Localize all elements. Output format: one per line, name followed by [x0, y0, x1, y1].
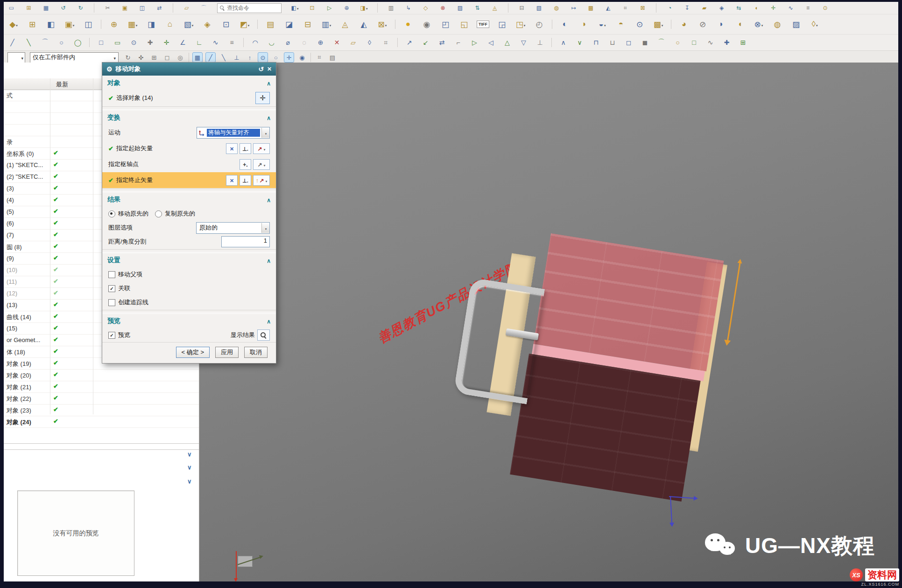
- toolbar-icon[interactable]: ▦: [42, 4, 50, 12]
- show-result-button[interactable]: [257, 329, 270, 341]
- toolbar-icon[interactable]: ⊞: [149, 53, 159, 62]
- toolbar-icon[interactable]: ◌: [299, 38, 309, 48]
- toolbar-icon[interactable]: ⌒: [200, 4, 208, 12]
- toolbar-icon[interactable]: ◻: [162, 53, 172, 62]
- toolbar-icon[interactable]: ◊: [365, 38, 374, 48]
- toolbar-icon[interactable]: □: [689, 38, 699, 48]
- toolbar-icon[interactable]: ╱: [7, 38, 17, 48]
- toolbar-icon[interactable]: ◧: [291, 4, 299, 12]
- toolbar-icon[interactable]: ⌒: [40, 38, 50, 48]
- toolbar-icon[interactable]: ◱: [458, 18, 470, 30]
- toolbar-icon[interactable]: ∟: [194, 38, 204, 48]
- toolbar-icon[interactable]: ▨: [456, 4, 464, 12]
- toolbar-icon[interactable]: ▦: [193, 53, 202, 62]
- toolbar-icon[interactable]: ▷: [325, 4, 333, 12]
- dropdown-button[interactable]: [261, 223, 269, 233]
- toolbar-icon[interactable]: ◇: [422, 4, 430, 12]
- toolbar-icon[interactable]: ▩: [587, 4, 595, 12]
- tiff-export-icon[interactable]: TIFF: [477, 21, 489, 28]
- toolbar-icon[interactable]: ⊙: [821, 4, 829, 12]
- toolbar-icon[interactable]: ⊙: [634, 18, 646, 30]
- toolbar-icon[interactable]: ⊥: [232, 53, 241, 62]
- toolbar-icon[interactable]: ✛: [769, 4, 777, 12]
- toolbar-icon[interactable]: ╱: [206, 53, 215, 62]
- toolbar-icon[interactable]: ○: [673, 38, 683, 48]
- toolbar-icon[interactable]: ⊟: [302, 18, 314, 30]
- select-object-button[interactable]: [255, 92, 270, 104]
- toolbar-icon[interactable]: ∿: [705, 38, 715, 48]
- check-icon[interactable]: [53, 394, 58, 401]
- toolbar-icon[interactable]: ◖: [734, 18, 746, 30]
- toolbar-icon[interactable]: ▥: [320, 18, 332, 30]
- toolbar-icon[interactable]: ◆: [7, 18, 20, 30]
- check-icon[interactable]: [53, 266, 58, 273]
- check-icon[interactable]: [53, 278, 58, 285]
- ok-button[interactable]: < 确定 >: [176, 347, 210, 358]
- check-icon[interactable]: [53, 348, 58, 355]
- section-header-settings[interactable]: 设置: [102, 253, 276, 267]
- vector-inferred-button[interactable]: [226, 143, 238, 154]
- toolbar-icon[interactable]: ◨: [360, 4, 368, 12]
- check-icon[interactable]: [53, 173, 58, 180]
- toolbar-icon[interactable]: ∿: [211, 38, 220, 48]
- toolbar-icon[interactable]: ↑: [245, 53, 254, 62]
- table-row[interactable]: 对象 (22): [4, 393, 199, 405]
- vector-inferred-button[interactable]: [226, 175, 238, 186]
- 3d-model[interactable]: [513, 233, 724, 502]
- toolbar-icon[interactable]: ↳: [404, 4, 412, 12]
- check-icon[interactable]: [53, 161, 58, 168]
- toolbar-icon[interactable]: ⇅: [473, 4, 481, 12]
- toolbar-icon[interactable]: ⌗: [621, 4, 629, 12]
- toolbar-icon[interactable]: ⇄: [437, 38, 447, 48]
- toolbar-icon[interactable]: ◓: [615, 18, 627, 30]
- toolbar-icon[interactable]: ▱: [183, 4, 190, 12]
- point-constructor-button[interactable]: [240, 159, 251, 170]
- toolbar-icon[interactable]: ≡: [227, 38, 237, 48]
- terminal-vector-arrow[interactable]: [726, 261, 741, 343]
- toolbar-icon[interactable]: ◠: [250, 38, 260, 48]
- toolbar-icon[interactable]: ⇆: [735, 4, 743, 12]
- toolbar-icon[interactable]: ⊙: [258, 53, 268, 62]
- section-header-result[interactable]: 结果: [102, 192, 276, 207]
- toolbar-icon[interactable]: ▣: [121, 4, 129, 12]
- toolbar-icon[interactable]: ▧: [535, 4, 543, 12]
- toolbar-icon[interactable]: ✂: [104, 4, 112, 12]
- toolbar-icon[interactable]: ◍: [552, 4, 560, 12]
- toolbar-icon[interactable]: ⊞: [26, 18, 38, 30]
- vector-type-dropdown[interactable]: [253, 175, 270, 186]
- toolbar-icon[interactable]: ⇄: [155, 4, 163, 12]
- toolbar-icon[interactable]: ⊥: [535, 38, 545, 48]
- toolbar-icon[interactable]: ◫: [82, 18, 94, 30]
- type-filter-dropdown[interactable]: [7, 52, 25, 63]
- collapse-chevron-icon[interactable]: [187, 451, 192, 458]
- toolbar-icon[interactable]: ◊: [809, 18, 821, 30]
- toolbar-icon[interactable]: ▷: [470, 38, 479, 48]
- toolbar-icon[interactable]: ▣: [63, 18, 76, 30]
- toolbar-icon[interactable]: ∠: [178, 38, 188, 48]
- table-row[interactable]: 对象 (24): [4, 416, 199, 428]
- toolbar-icon[interactable]: ✛: [162, 38, 171, 48]
- toolbar-icon[interactable]: ◬: [339, 18, 351, 30]
- dropdown-button[interactable]: [261, 128, 269, 138]
- check-icon[interactable]: [53, 336, 58, 343]
- toolbar-icon[interactable]: ▭: [113, 38, 122, 48]
- check-icon[interactable]: [53, 418, 58, 425]
- toolbar-icon[interactable]: ↗: [404, 38, 414, 48]
- vector-type-dropdown[interactable]: [253, 143, 270, 154]
- reset-icon[interactable]: [258, 65, 264, 73]
- toolbar-icon[interactable]: ▤: [328, 53, 337, 62]
- toolbar-icon[interactable]: ◑: [578, 18, 590, 30]
- toolbar-icon[interactable]: ⊘: [697, 18, 709, 30]
- toolbar-icon[interactable]: ⌀: [283, 38, 293, 48]
- toolbar-icon[interactable]: ⊡: [220, 18, 232, 30]
- toolbar-icon[interactable]: ◔: [666, 4, 674, 12]
- toolbar-icon[interactable]: ◬: [491, 4, 499, 12]
- toolbar-icon[interactable]: ≡: [804, 4, 812, 12]
- check-icon[interactable]: [53, 243, 58, 250]
- toolbar-icon[interactable]: ↦: [570, 4, 578, 12]
- toolbar-icon[interactable]: ◭: [358, 18, 370, 30]
- toolbar-icon[interactable]: ▰: [700, 4, 708, 12]
- section-header-preview[interactable]: 预览: [102, 314, 276, 328]
- toolbar-icon[interactable]: ◉: [421, 18, 433, 30]
- toolbar-icon[interactable]: ◲: [496, 18, 508, 30]
